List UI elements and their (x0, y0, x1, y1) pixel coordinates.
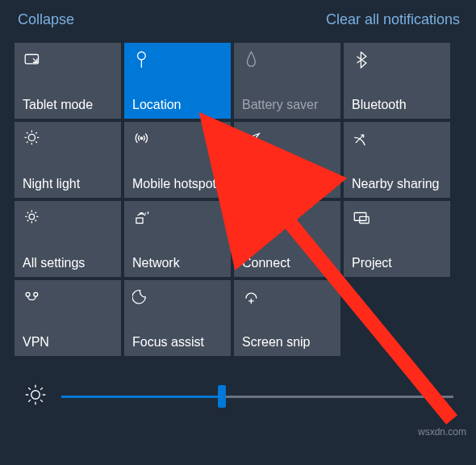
collapse-link[interactable]: Collapse (18, 11, 74, 28)
tile-label: Nearby sharing (352, 177, 442, 191)
nearby-sharing-icon (352, 128, 442, 149)
project-icon (352, 207, 442, 228)
slider-fill (61, 396, 218, 398)
tile-airplane-mode[interactable]: Airplane mode (234, 122, 340, 198)
vpn-icon (23, 287, 113, 308)
tile-label: Network (132, 256, 223, 270)
tile-mobile-hotspot[interactable]: Mobile hotspot (124, 122, 231, 198)
tile-label: VPN (23, 335, 113, 350)
tile-night-light[interactable]: Night light (15, 122, 121, 198)
quick-actions-grid: Tablet mode Location Battery saver Bluet… (0, 31, 476, 356)
tile-label: Connect (242, 256, 332, 270)
svg-point-11 (34, 292, 38, 296)
network-icon (132, 207, 223, 228)
screen-snip-icon (242, 287, 332, 308)
brightness-slider[interactable] (61, 385, 453, 408)
tile-label: Screen snip (242, 335, 332, 350)
tile-tablet-mode[interactable]: Tablet mode (15, 43, 121, 119)
bluetooth-icon (352, 49, 442, 70)
tile-battery-saver[interactable]: Battery saver (234, 43, 340, 119)
brightness-row (0, 356, 476, 409)
connect-icon (242, 207, 332, 228)
tile-label: Project (352, 256, 442, 270)
airplane-mode-icon (242, 128, 332, 149)
tile-label: Tablet mode (23, 98, 113, 112)
tile-vpn[interactable]: VPN (15, 280, 121, 356)
tile-location[interactable]: Location (124, 43, 231, 119)
tile-project[interactable]: Project (344, 201, 450, 277)
tile-label: Location (132, 98, 223, 112)
tile-label: All settings (23, 256, 113, 270)
slider-thumb[interactable] (218, 385, 226, 408)
tile-screen-snip[interactable]: Screen snip (234, 280, 340, 356)
action-center-header: Collapse Clear all notifications (0, 0, 476, 31)
focus-assist-icon (132, 287, 223, 308)
tile-label: Night light (23, 177, 113, 191)
svg-point-12 (31, 391, 40, 400)
svg-point-1 (138, 52, 146, 60)
tile-label: Battery saver (242, 98, 332, 112)
tile-label: Mobile hotspot (132, 177, 223, 191)
all-settings-icon (23, 207, 113, 228)
tile-label: Focus assist (132, 335, 223, 350)
svg-point-2 (28, 134, 35, 140)
tile-nearby-sharing[interactable]: Nearby sharing (344, 122, 450, 198)
tablet-mode-icon (23, 49, 113, 70)
tile-network[interactable]: Network (124, 201, 231, 277)
watermark: wsxdn.com (418, 426, 466, 438)
tile-label: Bluetooth (352, 98, 442, 112)
svg-point-4 (29, 214, 35, 220)
mobile-hotspot-icon (132, 128, 223, 149)
night-light-icon (23, 128, 113, 149)
battery-saver-icon (242, 49, 332, 70)
location-icon (132, 49, 223, 70)
tile-all-settings[interactable]: All settings (15, 201, 121, 277)
tile-connect[interactable]: Connect (234, 201, 340, 277)
svg-rect-5 (136, 218, 143, 224)
svg-point-10 (26, 292, 30, 296)
svg-point-3 (140, 137, 142, 139)
tile-focus-assist[interactable]: Focus assist (124, 280, 231, 356)
brightness-icon (24, 383, 47, 409)
tile-bluetooth[interactable]: Bluetooth (344, 43, 450, 119)
svg-rect-9 (360, 216, 369, 223)
clear-notifications-link[interactable]: Clear all notifications (326, 11, 460, 28)
tile-label: Airplane mode (242, 177, 332, 191)
